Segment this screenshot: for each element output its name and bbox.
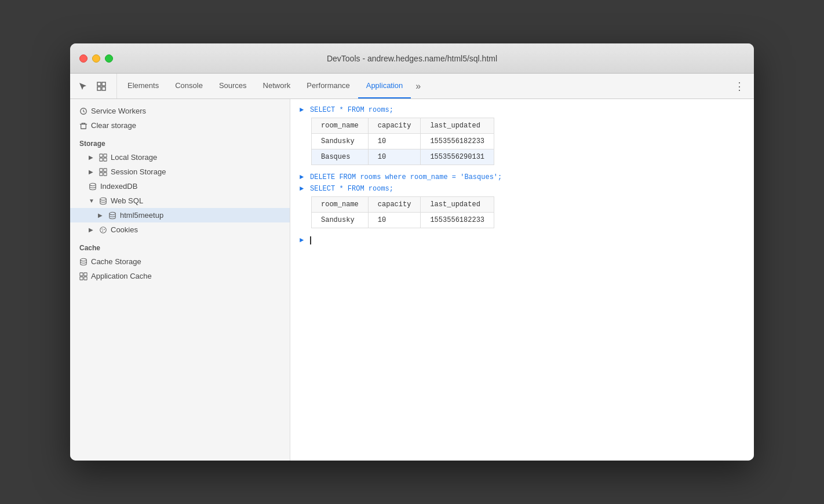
- tab-application[interactable]: Application: [358, 74, 411, 98]
- sidebar-item-indexeddb[interactable]: IndexedDB: [70, 179, 290, 193]
- sql-query-text-2: DELETE FROM rooms where room_name = 'Bas…: [310, 173, 502, 181]
- svg-rect-0: [97, 82, 101, 86]
- tab-elements[interactable]: Elements: [119, 74, 167, 98]
- svg-rect-2: [97, 87, 101, 90]
- svg-point-20: [102, 230, 103, 231]
- sidebar-item-application-cache[interactable]: Application Cache: [70, 269, 290, 283]
- cell-room-name: Sandusky: [312, 134, 369, 149]
- storage-section-header: Storage: [70, 133, 290, 150]
- svg-rect-24: [80, 276, 83, 279]
- svg-rect-23: [84, 272, 87, 275]
- svg-rect-9: [104, 158, 107, 160]
- cell-capacity: 10: [368, 134, 421, 149]
- svg-rect-7: [104, 154, 107, 156]
- svg-rect-22: [80, 272, 83, 275]
- sidebar-item-local-storage[interactable]: ▶ Local Storage: [70, 150, 290, 165]
- svg-point-15: [100, 198, 107, 200]
- cell-last-updated: 1553556290131: [421, 149, 494, 165]
- svg-rect-8: [100, 158, 103, 160]
- prompt-arrow-icon: ►: [300, 236, 307, 244]
- svg-point-16: [110, 212, 116, 214]
- sidebar-item-service-workers[interactable]: Service Workers: [70, 104, 290, 118]
- cell-room-name: Sandusky: [312, 213, 369, 228]
- tab-network[interactable]: Network: [255, 74, 299, 98]
- col-header-room-name: room_name: [312, 118, 369, 134]
- minimize-button[interactable]: [92, 54, 100, 63]
- sql-result-table-2: room_name capacity last_updated Sandusky…: [311, 196, 494, 228]
- sql-input-row[interactable]: ►: [300, 236, 745, 244]
- svg-rect-11: [104, 168, 107, 171]
- chevron-down-icon: ▼: [89, 198, 96, 204]
- cell-capacity: 10: [368, 213, 421, 228]
- more-tabs-button[interactable]: »: [411, 74, 425, 98]
- col-header-last-updated: last_updated: [421, 118, 494, 134]
- chevron-right-icon: ▶: [89, 154, 96, 161]
- sql-query-row-2[interactable]: ► DELETE FROM rooms where room_name = 'B…: [300, 173, 745, 181]
- sql-panel: ► SELECT * FROM rooms; room_name capacit…: [290, 99, 754, 461]
- chevron-right-icon: ▶: [89, 169, 96, 176]
- table-row: Basques 10 1553556290131: [312, 149, 494, 165]
- sidebar: Service Workers Clear storage Storage ▶ …: [70, 99, 290, 461]
- maximize-button[interactable]: [105, 54, 113, 63]
- toolbar-icons: [75, 74, 117, 98]
- cell-room-name: Basques: [312, 149, 369, 165]
- close-button[interactable]: [79, 54, 87, 63]
- sidebar-item-web-sql[interactable]: ▼ Web SQL: [70, 193, 290, 208]
- tab-sources[interactable]: Sources: [211, 74, 255, 98]
- window-title: DevTools - andrew.hedges.name/html5/sql.…: [327, 54, 497, 63]
- chevron-right-icon: ▶: [89, 227, 96, 233]
- sql-query-row-3[interactable]: ► SELECT * FROM rooms;: [300, 185, 745, 193]
- table-row: Sandusky 10 1553556182233: [312, 134, 494, 149]
- text-cursor: [310, 236, 311, 244]
- tab-performance[interactable]: Performance: [298, 74, 358, 98]
- sidebar-item-cache-storage[interactable]: Cache Storage: [70, 254, 290, 269]
- svg-point-18: [101, 228, 103, 229]
- svg-point-14: [90, 183, 96, 185]
- chevron-right-icon: ▶: [98, 212, 105, 219]
- svg-rect-1: [102, 82, 105, 86]
- sidebar-item-session-storage[interactable]: ▶ Session Storage: [70, 165, 290, 179]
- col-header-last-updated: last_updated: [421, 197, 494, 213]
- toolbar: Elements Console Sources Network Perform…: [70, 74, 754, 99]
- sql-query-row-1[interactable]: ► SELECT * FROM rooms;: [300, 106, 745, 114]
- query-arrow-icon: ►: [300, 173, 307, 181]
- sidebar-item-html5meetup[interactable]: ▶ html5meetup: [70, 208, 290, 222]
- svg-rect-6: [100, 154, 103, 156]
- table-row: Sandusky 10 1553556182233: [312, 213, 494, 228]
- cell-capacity: 10: [368, 149, 421, 165]
- sidebar-item-cookies[interactable]: ▶ Cookies: [70, 222, 290, 237]
- cell-last-updated: 1553556182233: [421, 213, 494, 228]
- devtools-menu-button[interactable]: ⋮: [730, 74, 749, 98]
- svg-rect-3: [102, 87, 105, 90]
- query-arrow-icon: ►: [300, 185, 307, 193]
- svg-point-17: [100, 227, 107, 233]
- cursor-tool-button[interactable]: [75, 78, 91, 94]
- traffic-lights: [79, 54, 113, 63]
- inspect-element-button[interactable]: [93, 78, 110, 94]
- sql-output: ► SELECT * FROM rooms; room_name capacit…: [290, 99, 754, 251]
- svg-rect-13: [104, 172, 107, 175]
- svg-rect-25: [84, 276, 87, 279]
- svg-point-19: [104, 229, 105, 230]
- col-header-capacity: capacity: [368, 118, 421, 134]
- sidebar-item-clear-storage[interactable]: Clear storage: [70, 118, 290, 133]
- sql-query-text-3: SELECT * FROM rooms;: [310, 185, 393, 193]
- tab-console[interactable]: Console: [167, 74, 211, 98]
- col-header-room-name: room_name: [312, 197, 369, 213]
- svg-rect-12: [100, 172, 103, 175]
- sql-result-table-1: room_name capacity last_updated Sandusky…: [311, 118, 494, 165]
- svg-point-21: [81, 258, 87, 261]
- col-header-capacity: capacity: [368, 197, 421, 213]
- titlebar: DevTools - andrew.hedges.name/html5/sql.…: [70, 43, 754, 74]
- cell-last-updated: 1553556182233: [421, 134, 494, 149]
- query-arrow-icon: ►: [300, 106, 307, 114]
- svg-rect-5: [81, 124, 86, 129]
- svg-rect-10: [100, 168, 103, 171]
- main-area: Service Workers Clear storage Storage ▶ …: [70, 99, 754, 461]
- cache-section-header: Cache: [70, 237, 290, 254]
- sql-query-text-1: SELECT * FROM rooms;: [310, 106, 393, 114]
- devtools-window: DevTools - andrew.hedges.name/html5/sql.…: [70, 43, 754, 461]
